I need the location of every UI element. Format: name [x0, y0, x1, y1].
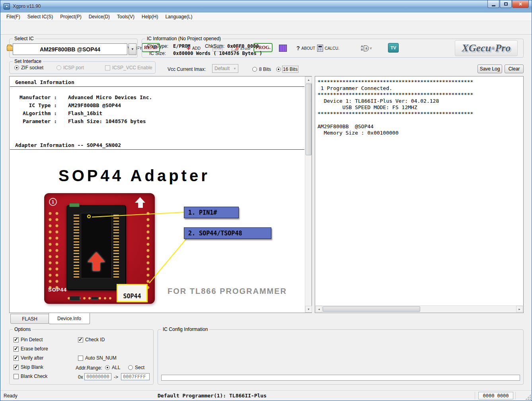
scroll-right-icon[interactable]: ► — [516, 306, 523, 312]
vcc-current-select: Default — [212, 64, 238, 73]
checkbox-box — [78, 356, 83, 361]
select-ic-group: Select IC AM29F800BB @SOP44 — [9, 39, 138, 58]
pin1-circle-marker: 1 — [49, 198, 57, 206]
zif-socket-radio[interactable]: ZIF socket — [14, 65, 43, 70]
addr-range-all-radio[interactable]: ALL — [105, 365, 120, 370]
icsize-label: IC Size: — [149, 51, 166, 56]
blank-check-checkbox[interactable]: Blank Check — [14, 374, 47, 379]
row-label: Parameter : — [10, 118, 57, 124]
menu-help[interactable]: Help(H) — [138, 13, 162, 21]
callout-socket-type: 2. SOP44/TSOP48 — [184, 227, 271, 239]
checkbox-box — [14, 365, 19, 370]
scroll-down-icon[interactable]: ▼ — [305, 306, 312, 313]
16-bits-radio[interactable]: 16 Bits — [276, 67, 298, 72]
checkbox-box — [14, 374, 19, 379]
general-info-header: Genenal Information — [15, 79, 74, 85]
title-bar[interactable]: Xgpro v11.90 — [0, 0, 532, 12]
menu-tools[interactable]: Tools(V) — [113, 13, 138, 21]
board-component — [70, 296, 80, 301]
icsp-port-label: ICSP port — [63, 65, 84, 70]
menu-project[interactable]: Project(P) — [57, 13, 85, 21]
scroll-left-icon[interactable]: ◄ — [316, 306, 322, 312]
device-info-panel: Genenal Information Manufactor : Advance… — [9, 76, 312, 313]
checkbox-box — [14, 346, 19, 352]
addr-from-input[interactable] — [84, 373, 111, 380]
options-group: Options Pin Detect Check ID Erase before… — [9, 329, 154, 385]
skip-blank-label: Skip Blank — [21, 364, 43, 370]
row-value: Flash Size: 1048576 bytes — [68, 118, 146, 124]
socket-pins-right — [113, 215, 119, 279]
socket-type-label: SOP44 — [117, 284, 148, 302]
xgecu-pro-logo: XGecu®Pro — [455, 40, 518, 56]
row-value: AM29F800BB @SOP44 — [68, 102, 121, 108]
log-panel: ****************************************… — [315, 76, 524, 313]
zif-socket-label: ZIF socket — [21, 65, 43, 70]
radio-dot — [252, 67, 257, 72]
adapter-title: SOP44 Adapter — [58, 167, 210, 185]
scrollbar-thumb[interactable] — [323, 306, 420, 312]
registered-mark: ® — [491, 46, 495, 51]
icsize-value: 0x80000 Words ( 1048576 Bytes ) — [173, 51, 262, 56]
radio-dot — [57, 65, 61, 70]
set-interface-group-label: Set Interface — [13, 59, 43, 64]
chksum-value: 0x0FF0 0000 — [227, 43, 259, 49]
chiptype-value: E/PROM — [173, 43, 190, 49]
pin1-highlight-dot — [87, 215, 91, 218]
socket-pins-left — [74, 215, 79, 279]
board-pin-holes-left — [47, 211, 61, 291]
addr-to-input[interactable] — [121, 373, 150, 380]
selected-ic-combobox[interactable]: AM29F800BB @SOP44 — [13, 43, 127, 55]
tab-device-info[interactable]: Device.Info — [49, 313, 90, 324]
minimize-button[interactable] — [487, 0, 499, 8]
window-title: Xgpro v11.90 — [13, 4, 41, 9]
device-info-content: Genenal Information Manufactor : Advance… — [10, 77, 304, 312]
status-separator — [515, 392, 516, 399]
minimize-icon — [492, 5, 495, 6]
close-button[interactable] — [512, 0, 529, 8]
8-bits-radio[interactable]: 8 Bits — [252, 67, 271, 72]
tab-flash[interactable]: FLASH — [10, 314, 49, 324]
options-group-label: Options — [13, 327, 32, 332]
pin-detect-checkbox[interactable]: Pin Detect — [14, 337, 43, 342]
row-label: Manufactor : — [10, 94, 57, 100]
horizontal-scrollbar[interactable]: ◄ ► — [316, 305, 523, 312]
verify-after-checkbox[interactable]: Verify after — [14, 355, 43, 361]
auto-sn-checkbox[interactable]: Auto SN_NUM — [78, 355, 117, 361]
radio-dot — [14, 65, 19, 70]
divider — [10, 149, 304, 150]
icsp-port-radio: ICSP port — [57, 65, 84, 70]
save-log-label: Save Log — [480, 66, 500, 72]
menu-device[interactable]: Device(D) — [85, 13, 113, 21]
check-id-checkbox[interactable]: Check ID — [78, 337, 105, 342]
socket-lever — [69, 203, 80, 207]
blank-check-label: Blank Check — [21, 374, 47, 379]
addr-range-sect-radio[interactable]: Sect — [128, 365, 144, 370]
erase-before-checkbox[interactable]: Erase before — [14, 346, 48, 352]
ic-information-group: IC Information (No Project opened) ChipT… — [142, 39, 524, 58]
maximize-button[interactable] — [500, 0, 512, 8]
clear-button[interactable]: Clear — [505, 65, 524, 73]
skip-blank-checkbox[interactable]: Skip Blank — [14, 364, 43, 370]
ic-config-group-label: IC Config Information — [161, 327, 209, 332]
menu-language[interactable]: Language(L) — [162, 13, 196, 21]
menu-file[interactable]: File(F) — [3, 13, 24, 21]
status-programmer: Default Programmer(1): TL866II-Plus — [158, 393, 267, 399]
orientation-arrow-icon — [135, 197, 146, 209]
icsp-vcc-label: ICSP_VCC Enable — [112, 65, 152, 70]
vertical-scrollbar[interactable]: ▲ ▼ — [305, 76, 312, 313]
brand-name: XGecu — [462, 42, 491, 54]
scroll-up-icon[interactable]: ▲ — [305, 76, 312, 83]
chksum-label: ChkSum: — [205, 43, 224, 49]
addr-range-label: Addr.Range: — [76, 365, 102, 371]
board-silkscreen-label: SOP44 — [48, 287, 67, 293]
sop44-adapter-image: 1 SOP44 SOP44 — [44, 193, 155, 304]
select-ic-group-label: Select IC — [13, 36, 35, 41]
ic-dropdown-button[interactable] — [129, 43, 136, 55]
row-label: IC Type : — [10, 102, 57, 108]
resize-grip[interactable] — [525, 394, 531, 400]
menu-select-ic[interactable]: Select IC(S) — [24, 13, 57, 21]
chiptype-label: ChipType: — [147, 43, 168, 49]
config-progress-bar — [161, 375, 520, 381]
save-log-button[interactable]: Save Log — [477, 65, 502, 73]
scrollbar-thumb[interactable] — [306, 84, 312, 155]
